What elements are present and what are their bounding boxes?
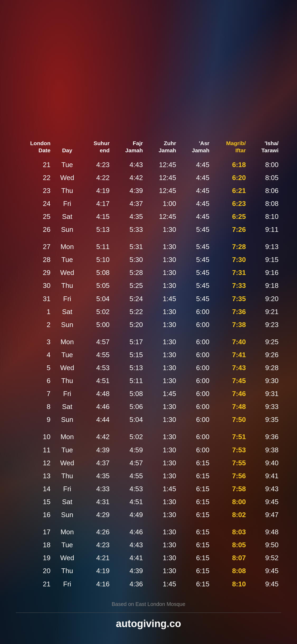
cell-zuhr: 1:30 <box>145 539 179 551</box>
cell-suhur: 4:21 <box>81 551 112 564</box>
table-row: 2 Sun 5:00 5:20 1:30 6:00 7:38 9:23 <box>16 318 281 331</box>
cell-magrib: 7:43 <box>212 361 248 374</box>
cell-date: 5 <box>16 361 53 374</box>
table-row: 17 Mon 4:26 4:46 1:30 6:15 8:03 9:48 <box>16 526 281 539</box>
cell-fajr: 4:53 <box>112 482 145 495</box>
cell-day: Thu <box>53 184 81 197</box>
cell-isha: 9:26 <box>248 348 281 361</box>
cell-day: Thu <box>53 279 81 292</box>
cell-fajr: 5:08 <box>112 387 145 400</box>
cell-magrib: 8:00 <box>212 495 248 508</box>
cell-isha: 9:36 <box>248 430 281 443</box>
cell-isha: 8:10 <box>248 210 281 223</box>
cell-day: Thu <box>53 470 81 482</box>
col-header-date: LondonDate <box>16 137 53 158</box>
cell-date: 3 <box>16 335 53 348</box>
cell-date: 17 <box>16 526 53 539</box>
col-header-zuhr: ZuhrJamah <box>145 137 179 158</box>
cell-date: 27 <box>16 240 53 253</box>
cell-day: Mon <box>53 430 81 443</box>
cell-day: Wed <box>53 551 81 564</box>
cell-asr: 6:15 <box>179 482 212 495</box>
cell-date: 2 <box>16 318 53 331</box>
footer-note: Based on East London Mosque <box>16 601 281 607</box>
cell-suhur: 4:15 <box>81 210 112 223</box>
cell-magrib: 7:48 <box>212 400 248 413</box>
cell-zuhr: 1:30 <box>145 318 179 331</box>
cell-zuhr: 1:30 <box>145 240 179 253</box>
cell-isha: 9:30 <box>248 374 281 387</box>
cell-suhur: 4:51 <box>81 374 112 387</box>
cell-asr: 6:00 <box>179 318 212 331</box>
cell-isha: 9:52 <box>248 551 281 564</box>
cell-day: Sat <box>53 305 81 318</box>
cell-isha: 9:16 <box>248 266 281 279</box>
cell-date: 20 <box>16 564 53 577</box>
cell-zuhr: 1:30 <box>145 305 179 318</box>
cell-date: 24 <box>16 197 53 210</box>
cell-day: Sun <box>53 223 81 236</box>
cell-date: 23 <box>16 184 53 197</box>
cell-asr: 6:00 <box>179 387 212 400</box>
table-row: 28 Tue 5:10 5:30 1:30 5:45 7:30 9:15 <box>16 253 281 266</box>
cell-asr: 5:45 <box>179 253 212 266</box>
cell-day: Fri <box>53 578 81 591</box>
table-row: 25 Sat 4:15 4:35 12:45 4:45 6:25 8:10 <box>16 210 281 223</box>
main-content: LondonDate Day Suhurend FajrJamah ZuhrJa… <box>0 0 297 640</box>
cell-day: Wed <box>53 457 81 470</box>
cell-day: Tue <box>53 158 81 171</box>
cell-magrib: 7:58 <box>212 482 248 495</box>
cell-suhur: 4:23 <box>81 539 112 551</box>
cell-day: Sun <box>53 508 81 521</box>
cell-isha: 9:25 <box>248 335 281 348</box>
cell-day: Fri <box>53 292 81 305</box>
table-row: 31 Fri 5:04 5:24 1:45 5:45 7:35 9:20 <box>16 292 281 305</box>
cell-magrib: 6:21 <box>212 184 248 197</box>
cell-asr: 5:45 <box>179 292 212 305</box>
cell-asr: 5:45 <box>179 223 212 236</box>
cell-fajr: 4:35 <box>112 210 145 223</box>
cell-magrib: 6:18 <box>212 158 248 171</box>
cell-zuhr: 1:45 <box>145 292 179 305</box>
prayer-times-table: LondonDate Day Suhurend FajrJamah ZuhrJa… <box>16 137 281 591</box>
cell-date: 4 <box>16 348 53 361</box>
cell-date: 18 <box>16 539 53 551</box>
cell-fajr: 5:25 <box>112 279 145 292</box>
cell-asr: 6:15 <box>179 539 212 551</box>
cell-isha: 8:06 <box>248 184 281 197</box>
cell-suhur: 4:22 <box>81 171 112 184</box>
table-row: 9 Sun 4:44 5:04 1:30 6:00 7:50 9:35 <box>16 413 281 426</box>
cell-asr: 6:15 <box>179 526 212 539</box>
cell-fajr: 4:46 <box>112 526 145 539</box>
cell-suhur: 4:17 <box>81 197 112 210</box>
cell-magrib: 8:03 <box>212 526 248 539</box>
cell-day: Thu <box>53 374 81 387</box>
cell-day: Thu <box>53 564 81 577</box>
table-row: 7 Fri 4:48 5:08 1:45 6:00 7:46 9:31 <box>16 387 281 400</box>
cell-fajr: 4:43 <box>112 158 145 171</box>
cell-suhur: 5:13 <box>81 223 112 236</box>
cell-zuhr: 1:30 <box>145 430 179 443</box>
cell-zuhr: 1:30 <box>145 526 179 539</box>
cell-fajr: 5:02 <box>112 430 145 443</box>
cell-magrib: 7:51 <box>212 430 248 443</box>
table-row: 4 Tue 4:55 5:15 1:30 6:00 7:41 9:26 <box>16 348 281 361</box>
cell-fajr: 5:15 <box>112 348 145 361</box>
cell-isha: 9:45 <box>248 495 281 508</box>
cell-zuhr: 1:45 <box>145 482 179 495</box>
cell-isha: 9:21 <box>248 305 281 318</box>
cell-zuhr: 12:45 <box>145 184 179 197</box>
cell-day: Sun <box>53 318 81 331</box>
cell-magrib: 7:35 <box>212 292 248 305</box>
cell-isha: 9:38 <box>248 444 281 457</box>
cell-suhur: 4:19 <box>81 184 112 197</box>
cell-zuhr: 1:30 <box>145 551 179 564</box>
cell-date: 16 <box>16 508 53 521</box>
cell-magrib: 7:33 <box>212 279 248 292</box>
cell-isha: 9:28 <box>248 361 281 374</box>
col-header-day: Day <box>53 137 81 158</box>
table-row: 12 Wed 4:37 4:57 1:30 6:15 7:55 9:40 <box>16 457 281 470</box>
cell-isha: 9:45 <box>248 578 281 591</box>
cell-date: 21 <box>16 578 53 591</box>
cell-zuhr: 1:30 <box>145 413 179 426</box>
